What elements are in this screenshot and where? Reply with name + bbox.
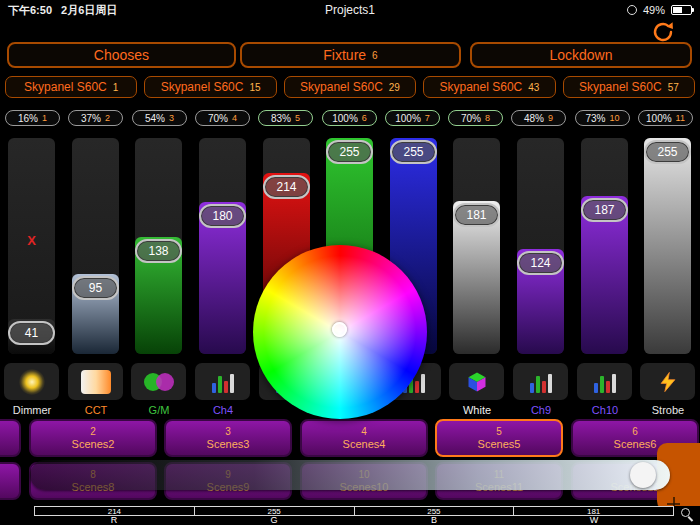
fader-track[interactable]: 255 (644, 138, 691, 354)
channel-percent-pill[interactable]: 16%1 (5, 110, 60, 126)
channel-number: 3 (169, 113, 174, 123)
cct-gradient-icon (81, 370, 111, 394)
fader-track[interactable]: 181 (453, 138, 500, 354)
channel-number: 10 (610, 113, 620, 123)
channel-fader[interactable]: X41 (8, 138, 55, 354)
channel-percent-pill[interactable]: 83%5 (258, 110, 313, 126)
fader-thumb[interactable]: 124 (517, 251, 564, 275)
scene-button[interactable]: 4Scenes4 (300, 419, 428, 457)
fader-track[interactable]: 124 (517, 138, 564, 354)
fixture-tab-label: Skypanel S60C (24, 80, 107, 94)
fader-fill (644, 138, 691, 354)
fader-thumb[interactable]: 255 (644, 140, 691, 164)
channel-bars-icon (594, 371, 616, 393)
scene-label: Scenes2 (72, 438, 115, 450)
fader-thumb[interactable]: 180 (199, 204, 246, 228)
fixture-tab[interactable]: Skypanel S60C57 (563, 76, 695, 98)
fixture-tab[interactable]: Skypanel S60C29 (284, 76, 416, 98)
lockdown-button[interactable]: Lockdown (470, 42, 692, 68)
fixture-tab[interactable]: Skypanel S60C1 (5, 76, 137, 98)
channel-percent-pill[interactable]: 100%11 (638, 110, 693, 126)
tool-tile-white[interactable] (449, 363, 504, 400)
channel-percent: 37% (81, 113, 101, 124)
channel-number: 9 (548, 113, 553, 123)
fixture-count-badge: 6 (372, 50, 378, 61)
scene-number: 4 (361, 427, 367, 437)
channel-number: 6 (362, 113, 367, 123)
fixture-button[interactable]: Fixture 6 (240, 42, 461, 68)
channel-percent-pill[interactable]: 100%6 (322, 110, 377, 126)
fader-track[interactable]: 138 (135, 138, 182, 354)
fader-track[interactable]: X41 (8, 138, 55, 354)
fader-track[interactable]: 187 (581, 138, 628, 354)
fixture-tab[interactable]: Skypanel S60C43 (423, 76, 555, 98)
tool-tile-cct[interactable] (68, 363, 123, 400)
fader-thumb[interactable]: 255 (390, 140, 437, 164)
status-time: 下午6:50 (8, 3, 52, 18)
scene-label: Scenes4 (343, 438, 386, 450)
dimmer-sun-icon (19, 369, 45, 395)
rgbw-label-w: W (514, 516, 674, 525)
channel-fader[interactable]: 181 (453, 138, 500, 354)
channel-percent-pill[interactable]: 70%4 (195, 110, 250, 126)
fader-thumb[interactable]: 187 (581, 198, 628, 222)
channel-fader[interactable]: 124 (517, 138, 564, 354)
tool-tile-strobe[interactable] (640, 363, 695, 400)
tool-tile-ch10[interactable] (577, 363, 632, 400)
rgbw-label-r: R (34, 516, 194, 525)
channel-number: 1 (42, 113, 47, 123)
tool-tile-ch9[interactable] (513, 363, 568, 400)
scene-button[interactable]: 1Scenes1 (0, 419, 21, 457)
channel-percent-pill[interactable]: 70%8 (448, 110, 503, 126)
master-slider-knob[interactable] (630, 462, 656, 488)
fader-thumb[interactable]: 255 (326, 140, 373, 164)
rgbw-label-b: B (354, 516, 514, 525)
chooses-button[interactable]: Chooses (7, 42, 236, 68)
fader-thumb[interactable]: 138 (135, 239, 182, 263)
channel-fader[interactable]: 138 (135, 138, 182, 354)
rgbw-value-w: 181 (513, 507, 674, 515)
channel-percent: 16% (18, 113, 38, 124)
fader-track[interactable]: 95 (72, 138, 119, 354)
channel-percent-pill[interactable]: 37%2 (68, 110, 123, 126)
channel-fader[interactable]: 180 (199, 138, 246, 354)
scene-button[interactable]: 2Scenes2 (29, 419, 157, 457)
orientation-lock-icon (627, 5, 637, 15)
fader-thumb[interactable]: 214 (263, 175, 310, 199)
channel-percent-pill[interactable]: 73%10 (575, 110, 630, 126)
tool-label: Ch4 (191, 404, 255, 416)
search-icon[interactable] (681, 508, 696, 523)
fader-thumb[interactable]: 95 (72, 276, 119, 300)
channel-percent-pill[interactable]: 100%7 (385, 110, 440, 126)
fader-thumb[interactable]: 41 (8, 321, 55, 345)
color-wheel-cursor[interactable] (332, 322, 347, 337)
channel-percent-pill[interactable]: 54%3 (132, 110, 187, 126)
master-slider[interactable] (30, 460, 670, 490)
channel-percent-pill[interactable]: 48%9 (511, 110, 566, 126)
tool-tile-dimmer[interactable] (4, 363, 59, 400)
search-handle (688, 516, 693, 521)
chooses-label: Chooses (94, 47, 149, 63)
tool-tile-ch4[interactable] (195, 363, 250, 400)
fixture-tabs: Skypanel S60C1Skypanel S60C15Skypanel S6… (5, 76, 695, 98)
scene-button[interactable]: 7Scenes7 (0, 462, 21, 500)
scene-number: 6 (632, 427, 638, 437)
channel-fader[interactable]: 95 (72, 138, 119, 354)
scene-number: 2 (90, 427, 96, 437)
scene-button[interactable]: 5Scenes5 (435, 419, 563, 457)
green-magenta-icon (143, 372, 175, 392)
channel-number: 8 (485, 113, 490, 123)
fader-thumb[interactable]: 181 (453, 203, 500, 227)
refresh-icon[interactable] (650, 19, 676, 45)
channel-fader[interactable]: 255 (644, 138, 691, 354)
tool-label: White (445, 404, 509, 416)
tool-tile-g-m[interactable] (131, 363, 186, 400)
color-wheel[interactable] (253, 245, 427, 419)
fixture-tab[interactable]: Skypanel S60C15 (144, 76, 276, 98)
fixture-tab-number: 57 (668, 82, 679, 93)
fixture-tab-label: Skypanel S60C (440, 80, 523, 94)
fader-track[interactable]: 180 (199, 138, 246, 354)
scene-button[interactable]: 3Scenes3 (164, 419, 292, 457)
scene-label: Scenes5 (478, 438, 521, 450)
channel-fader[interactable]: 187 (581, 138, 628, 354)
